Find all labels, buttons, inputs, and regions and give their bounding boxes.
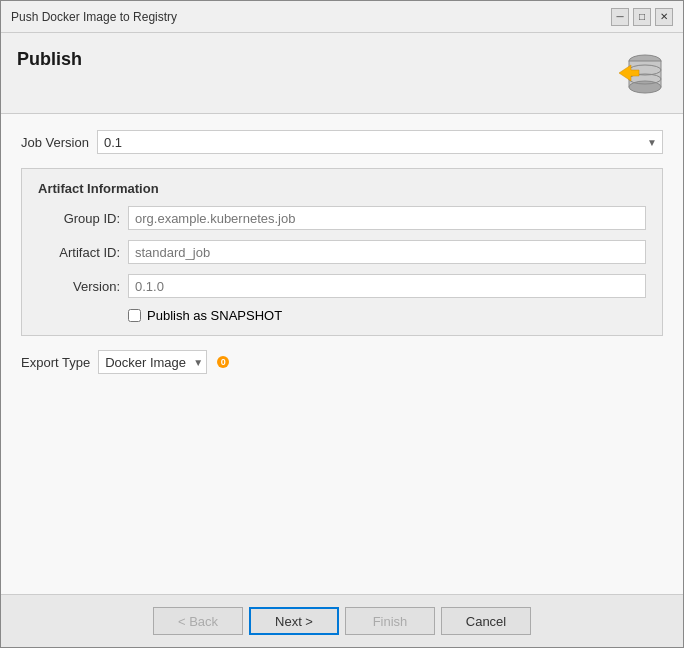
artifact-id-label: Artifact ID: <box>38 245 128 260</box>
artifact-id-row: Artifact ID: <box>38 240 646 264</box>
snapshot-checkbox[interactable] <box>128 309 141 322</box>
header-section: Publish <box>1 33 683 114</box>
next-button[interactable]: Next > <box>249 607 339 635</box>
export-type-label: Export Type <box>21 355 90 370</box>
artifact-group: Artifact Information Group ID: Artifact … <box>21 168 663 336</box>
footer: < Back Next > Finish Cancel <box>1 594 683 647</box>
content-area: Job Version 0.1 ▼ Artifact Information G… <box>1 114 683 594</box>
group-id-input[interactable] <box>128 206 646 230</box>
restore-button[interactable]: □ <box>633 8 651 26</box>
group-id-row: Group ID: <box>38 206 646 230</box>
export-type-select-wrapper: Docker Image ▼ <box>98 350 207 374</box>
artifact-id-input[interactable] <box>128 240 646 264</box>
version-input[interactable] <box>128 274 646 298</box>
page-title: Publish <box>17 49 82 70</box>
job-version-row: Job Version 0.1 ▼ <box>21 130 663 154</box>
job-version-select[interactable]: 0.1 <box>97 130 663 154</box>
window-title: Push Docker Image to Registry <box>11 10 177 24</box>
dialog: Push Docker Image to Registry ─ □ ✕ Publ… <box>0 0 684 648</box>
version-label: Version: <box>38 279 128 294</box>
title-bar: Push Docker Image to Registry ─ □ ✕ <box>1 1 683 33</box>
back-button[interactable]: < Back <box>153 607 243 635</box>
job-version-select-wrapper: 0.1 ▼ <box>97 130 663 154</box>
export-type-select[interactable]: Docker Image <box>98 350 207 374</box>
close-button[interactable]: ✕ <box>655 8 673 26</box>
snapshot-label: Publish as SNAPSHOT <box>147 308 282 323</box>
header-icon <box>611 45 667 101</box>
snapshot-row: Publish as SNAPSHOT <box>128 308 646 323</box>
group-id-label: Group ID: <box>38 211 128 226</box>
cancel-button[interactable]: Cancel <box>441 607 531 635</box>
minimize-button[interactable]: ─ <box>611 8 629 26</box>
export-badge: 0 <box>217 356 229 368</box>
job-version-label: Job Version <box>21 135 89 150</box>
export-type-row: Export Type Docker Image ▼ 0 <box>21 350 663 374</box>
window-controls: ─ □ ✕ <box>611 8 673 26</box>
version-row: Version: <box>38 274 646 298</box>
artifact-section-title: Artifact Information <box>38 181 646 196</box>
finish-button[interactable]: Finish <box>345 607 435 635</box>
